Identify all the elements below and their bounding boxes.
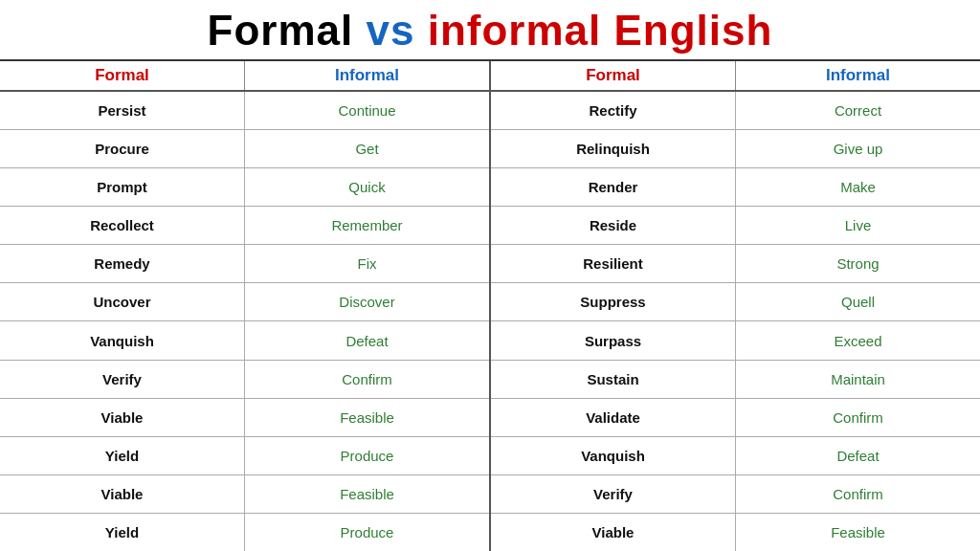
title-english: English: [614, 7, 773, 54]
left-formal-header: Formal: [0, 61, 245, 90]
left-formal-cell: Yield: [0, 437, 245, 474]
right-informal-cell: Correct: [736, 92, 980, 129]
right-formal-cell: Rectify: [491, 92, 736, 129]
right-table-row: Viable Feasible: [491, 514, 980, 551]
right-informal-cell: Make: [736, 168, 980, 206]
left-informal-cell: Feasible: [245, 475, 489, 513]
left-informal-cell: Defeat: [245, 321, 489, 359]
left-formal-cell: Vanquish: [0, 321, 245, 359]
left-formal-cell: Yield: [0, 514, 245, 551]
left-informal-header: Informal: [245, 61, 489, 90]
left-formal-cell: Persist: [0, 92, 245, 129]
right-formal-cell: Surpass: [491, 321, 736, 359]
title-formal: Formal: [208, 7, 354, 54]
left-table-row: Procure Get: [0, 130, 489, 168]
right-table-row: Verify Confirm: [491, 475, 980, 514]
left-table-row: Viable Feasible: [0, 399, 489, 437]
right-formal-cell: Verify: [491, 475, 736, 513]
right-informal-cell: Exceed: [736, 321, 980, 359]
left-informal-cell: Feasible: [245, 399, 489, 436]
left-formal-cell: Verify: [0, 361, 245, 398]
right-informal-cell: Live: [736, 207, 980, 244]
left-informal-cell: Get: [245, 130, 489, 167]
title-informal: informal: [428, 7, 602, 54]
right-formal-cell: Reside: [491, 207, 736, 244]
right-formal-cell: Vanquish: [491, 437, 736, 474]
left-table-row: Verify Confirm: [0, 361, 489, 399]
right-formal-cell: Sustain: [491, 361, 736, 398]
right-informal-cell: Feasible: [736, 514, 980, 551]
right-informal-cell: Strong: [736, 245, 980, 282]
left-table-row: Yield Produce: [0, 514, 489, 551]
right-table-row: Render Make: [491, 168, 980, 207]
right-informal-cell: Defeat: [736, 437, 980, 474]
right-formal-header: Formal: [491, 61, 736, 90]
right-table-row: Surpass Exceed: [491, 321, 980, 360]
left-table-row: Remedy Fix: [0, 245, 489, 283]
left-table-rows: Persist Continue Procure Get Prompt Quic…: [0, 92, 489, 551]
right-informal-cell: Give up: [736, 130, 980, 167]
left-informal-cell: Produce: [245, 514, 489, 551]
right-formal-cell: Viable: [491, 514, 736, 551]
left-informal-cell: Continue: [245, 92, 489, 129]
right-table-rows: Rectify Correct Relinquish Give up Rende…: [491, 92, 980, 551]
left-table-row: Recollect Remember: [0, 207, 489, 245]
right-table-row: Validate Confirm: [491, 399, 980, 437]
page-title: Formal vs informal English: [0, 10, 980, 52]
right-informal-cell: Maintain: [736, 361, 980, 398]
right-formal-cell: Validate: [491, 399, 736, 436]
left-table-row: Uncover Discover: [0, 283, 489, 321]
title-bar: Formal vs informal English: [0, 0, 980, 61]
left-formal-cell: Remedy: [0, 245, 245, 282]
left-formal-cell: Procure: [0, 130, 245, 167]
left-informal-cell: Quick: [245, 168, 489, 206]
left-formal-cell: Prompt: [0, 168, 245, 206]
left-informal-cell: Fix: [245, 245, 489, 282]
left-col-headers: Formal Informal: [0, 61, 489, 92]
right-table-row: Suppress Quell: [491, 283, 980, 321]
right-informal-cell: Confirm: [736, 399, 980, 436]
right-formal-cell: Render: [491, 168, 736, 206]
right-informal-cell: Confirm: [736, 475, 980, 513]
table-container: Formal Informal Persist Continue Procure…: [0, 61, 980, 551]
right-table: Formal Informal Rectify Correct Relinqui…: [491, 61, 980, 551]
right-table-row: Relinquish Give up: [491, 130, 980, 168]
title-vs: vs: [367, 7, 415, 54]
right-table-row: Sustain Maintain: [491, 361, 980, 399]
left-table-row: Prompt Quick: [0, 168, 489, 207]
left-informal-cell: Produce: [245, 437, 489, 474]
left-informal-cell: Discover: [245, 283, 489, 320]
left-table-row: Persist Continue: [0, 92, 489, 130]
right-table-row: Rectify Correct: [491, 92, 980, 130]
left-informal-cell: Remember: [245, 207, 489, 244]
left-informal-cell: Confirm: [245, 361, 489, 398]
right-formal-cell: Resilient: [491, 245, 736, 282]
left-table-row: Vanquish Defeat: [0, 321, 489, 360]
left-formal-cell: Uncover: [0, 283, 245, 320]
right-informal-header: Informal: [736, 61, 980, 90]
page-wrapper: Formal vs informal English Formal Inform…: [0, 0, 980, 551]
left-table-row: Viable Feasible: [0, 475, 489, 514]
left-formal-cell: Recollect: [0, 207, 245, 244]
right-table-row: Vanquish Defeat: [491, 437, 980, 475]
right-formal-cell: Relinquish: [491, 130, 736, 167]
right-col-headers: Formal Informal: [491, 61, 980, 92]
left-formal-cell: Viable: [0, 475, 245, 513]
left-table: Formal Informal Persist Continue Procure…: [0, 61, 491, 551]
right-informal-cell: Quell: [736, 283, 980, 320]
left-table-row: Yield Produce: [0, 437, 489, 475]
right-table-row: Resilient Strong: [491, 245, 980, 283]
right-formal-cell: Suppress: [491, 283, 736, 320]
left-formal-cell: Viable: [0, 399, 245, 436]
right-table-row: Reside Live: [491, 207, 980, 245]
